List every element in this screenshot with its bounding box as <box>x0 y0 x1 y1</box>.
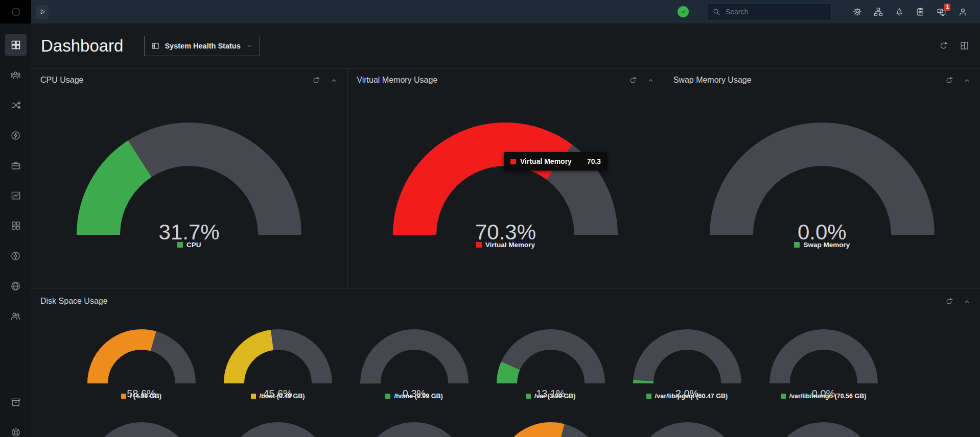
sidebar-item-reports[interactable] <box>5 185 27 206</box>
disk-gauge-partial <box>223 422 333 437</box>
disk-gauge-root: 58.6% / (4.99 GB) <box>86 329 197 400</box>
sidebar-expand-button[interactable] <box>36 5 49 19</box>
sidebar-item-web[interactable] <box>5 275 27 297</box>
panel-collapse-button[interactable] <box>647 77 655 84</box>
panel-collapse-button[interactable] <box>963 298 971 305</box>
disk-gauge-home: 0.3% /home (9.99 GB) <box>359 329 470 400</box>
refresh-icon <box>629 77 637 84</box>
cpu-gauge: 31.7% CPU <box>77 123 301 249</box>
grid-icon <box>11 40 21 50</box>
disk-gauge-partial <box>632 422 742 437</box>
app-logo <box>0 0 31 23</box>
gauge-value: 31.7% <box>77 220 301 245</box>
sidebar-item-support[interactable] <box>5 422 27 437</box>
gauge-value: 0.0% <box>710 220 935 245</box>
dashboard-edit-layout-button[interactable] <box>960 41 969 50</box>
logo-icon <box>10 6 21 17</box>
disk-space-panel: Disk Space Usage 58.6% / (4.99 GB) 45.6%… <box>31 288 980 437</box>
sidebar-item-data-collection[interactable] <box>5 215 27 236</box>
lifebuoy-icon <box>11 427 21 437</box>
chevron-up-icon <box>963 77 971 84</box>
hosts-alerts-button[interactable]: 1 <box>937 7 946 17</box>
refresh-icon <box>312 77 320 84</box>
sidebar-item-archive[interactable] <box>5 392 27 413</box>
disk-gauge-partial <box>496 422 606 437</box>
virtual-memory-panel: Virtual Memory Usage 70.3% Virtual Memor… <box>347 68 663 288</box>
gauge-value: 13.1% <box>496 388 606 400</box>
briefcase-icon <box>11 160 21 171</box>
panel-title: Virtual Memory Usage <box>357 76 437 85</box>
status-ok-icon <box>678 6 689 17</box>
slides-icon <box>151 42 159 50</box>
chevron-down-icon <box>246 42 253 50</box>
search-input[interactable] <box>708 4 832 20</box>
panel-refresh-button[interactable] <box>629 77 637 84</box>
gauge-value: 45.6% <box>223 388 333 400</box>
panel-collapse-button[interactable] <box>963 77 971 84</box>
users-group-icon <box>10 70 21 81</box>
gauge-value: 2.0% <box>632 388 742 400</box>
sidebar-item-monitoring[interactable] <box>5 64 27 86</box>
chart-icon <box>11 190 21 201</box>
app-root: 1 Dashboard System Health Status <box>0 0 980 437</box>
dashboard-selector[interactable]: System Health Status <box>144 36 260 56</box>
sidebar-item-alerts[interactable] <box>5 245 27 266</box>
notifications-button[interactable] <box>895 7 904 16</box>
sidebar-item-events[interactable] <box>5 125 27 146</box>
gauge-value: 0.0% <box>768 388 879 400</box>
sitemap-icon <box>874 7 883 16</box>
swap-memory-gauge: 0.0% Swap Memory <box>710 123 935 249</box>
chevron-up-icon <box>963 298 971 305</box>
refresh-icon <box>945 298 953 305</box>
refresh-icon <box>945 77 953 84</box>
disk-gauge-var: 13.1% /var (3.99 GB) <box>496 329 606 400</box>
tooltip-swatch <box>510 159 516 164</box>
cpu-usage-panel: CPU Usage 31.7% CPU <box>31 68 347 288</box>
bell-icon <box>895 7 904 16</box>
gauge-value: 0.3% <box>359 388 470 400</box>
layout-icon <box>960 41 969 50</box>
refresh-icon <box>939 41 948 50</box>
panel-refresh-button[interactable] <box>312 77 320 84</box>
chevron-up-icon <box>330 77 338 84</box>
swap-memory-panel: Swap Memory Usage 0.0% Swap Memory <box>664 68 980 288</box>
globe-icon <box>10 281 21 292</box>
topbar: 1 <box>31 0 980 23</box>
users-icon <box>10 311 21 322</box>
dashboard-refresh-button[interactable] <box>939 41 948 50</box>
chart-tooltip: Virtual Memory 70.3 <box>504 152 608 171</box>
disk-gauge-grid: 58.6% / (4.99 GB) 45.6% /boot (0.49 GB) … <box>31 329 980 437</box>
sidebar-item-users[interactable] <box>5 305 27 327</box>
sidebar-item-inventory[interactable] <box>5 155 27 176</box>
panel-title: Swap Memory Usage <box>673 76 752 85</box>
gear-icon <box>853 7 862 16</box>
sidebar-item-services[interactable] <box>5 94 27 116</box>
checklist-icon <box>916 7 925 16</box>
gauge-value: 58.6% <box>86 388 197 400</box>
user-icon <box>958 7 968 17</box>
disk-gauge-partial <box>359 422 470 437</box>
search-box <box>708 4 832 20</box>
panel-collapse-button[interactable] <box>330 77 338 84</box>
integrations-button[interactable] <box>874 7 883 16</box>
dashboard-header: Dashboard System Health Status <box>31 23 980 68</box>
disk-gauge-pgsql: 2.0% /var/lib/pgsql (60.47 GB) <box>632 329 742 400</box>
header-actions <box>939 41 969 50</box>
user-menu-button[interactable] <box>958 7 968 17</box>
search-icon <box>712 8 720 16</box>
tooltip-label: Virtual Memory <box>520 157 572 165</box>
compass-icon <box>10 251 21 261</box>
sidebar-item-dashboards[interactable] <box>5 34 27 56</box>
tasks-button[interactable] <box>916 7 925 16</box>
archive-icon <box>11 397 21 407</box>
panel-refresh-button[interactable] <box>945 77 953 84</box>
chevron-up-icon <box>647 77 655 84</box>
topbar-right-group: 1 <box>678 4 968 20</box>
settings-button[interactable] <box>853 7 862 16</box>
panel-refresh-button[interactable] <box>945 298 953 305</box>
widget-row-1: CPU Usage 31.7% CPU <box>31 68 980 288</box>
virtual-memory-gauge: 70.3% Virtual Memory <box>393 123 618 249</box>
bolt-icon <box>10 130 21 141</box>
panel-title: CPU Usage <box>40 76 83 85</box>
panel-title: Disk Space Usage <box>40 297 108 306</box>
